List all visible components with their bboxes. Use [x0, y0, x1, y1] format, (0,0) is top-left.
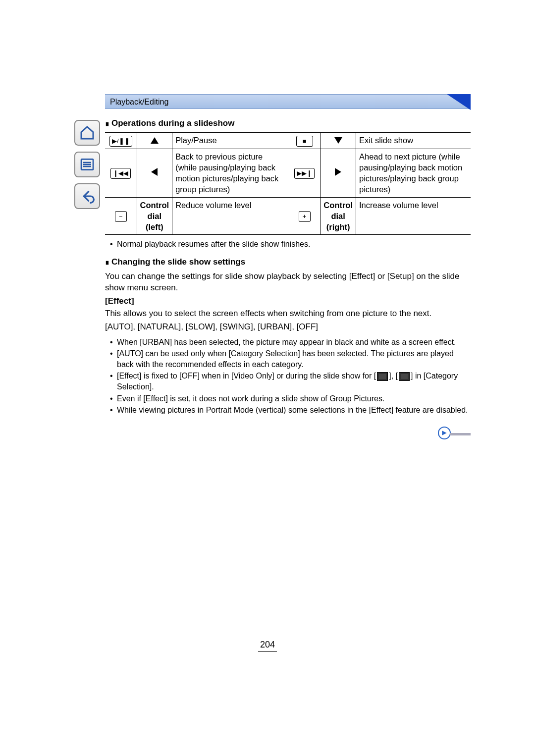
- section-operations-head: ∎Operations during a slideshow: [105, 118, 471, 129]
- section-settings-head: ∎Changing the slide show settings: [105, 257, 471, 268]
- control-dial-right-label: Control dial (right): [321, 197, 356, 235]
- effect-subheading: [Effect]: [105, 296, 471, 307]
- settings-heading-text: Changing the slide show settings: [111, 257, 245, 267]
- table-row: ▶/❚❚ Play/Pause ■ Exit slide show: [105, 132, 471, 149]
- back-icon[interactable]: [74, 183, 100, 209]
- minus-icon: −: [105, 197, 137, 235]
- note-text: [AUTO] can be used only when [Category S…: [112, 348, 471, 370]
- effect-options-text: [AUTO], [NATURAL], [SLOW], [SWING], [URB…: [105, 322, 471, 333]
- table-row: − Control dial (left) Reduce volume leve…: [105, 197, 471, 235]
- play-pause-desc: Play/Pause: [172, 132, 289, 149]
- sidebar-nav: [74, 120, 102, 209]
- settings-intro-text: You can change the settings for slide sh…: [105, 271, 471, 294]
- note-text: When [URBAN] has been selected, the pict…: [112, 337, 471, 348]
- ahead-desc: Ahead to next picture (while pausing/pla…: [356, 149, 471, 197]
- effect-notes-list: When [URBAN] has been selected, the pict…: [105, 337, 471, 416]
- increase-volume-desc: Increase volume level: [356, 197, 471, 235]
- effect-intro-text: This allows you to select the screen eff…: [105, 308, 471, 320]
- next-page-marker[interactable]: [438, 427, 471, 440]
- home-icon[interactable]: [74, 120, 100, 146]
- down-arrow-icon: [321, 132, 356, 149]
- left-arrow-icon: [137, 149, 172, 197]
- header-accent: [447, 94, 471, 110]
- breadcrumb: Playback/Editing: [105, 94, 471, 109]
- note-text: Even if [Effect] is set, it does not wor…: [112, 393, 471, 404]
- page-number: 204: [258, 639, 277, 652]
- skip-fwd-icon: ▶▶❙: [289, 149, 321, 197]
- stop-icon: ■: [289, 132, 321, 149]
- exit-desc: Exit slide show: [356, 132, 471, 149]
- note-text: While viewing pictures in Portrait Mode …: [112, 405, 471, 416]
- note-text: [Effect] is fixed to [OFF] when in [Vide…: [112, 371, 471, 392]
- up-arrow-icon: [137, 132, 172, 149]
- breadcrumb-text: Playback/Editing: [110, 98, 168, 106]
- control-dial-left-label: Control dial (left): [137, 197, 172, 235]
- note-list: Normal playback resumes after the slide …: [105, 239, 471, 250]
- play-pause-icon: ▶/❚❚: [105, 132, 137, 149]
- arrow-right-icon: [438, 427, 451, 439]
- plus-icon: +: [289, 197, 321, 235]
- reduce-volume-desc: Reduce volume level: [172, 197, 289, 235]
- skip-back-icon: ❙◀◀: [105, 149, 137, 197]
- category-icon: [399, 372, 410, 381]
- back-desc: Back to previous picture (while pausing/…: [172, 149, 289, 197]
- contents-icon[interactable]: [74, 152, 100, 177]
- note-text: Normal playback resumes after the slide …: [112, 239, 471, 250]
- right-arrow-icon: [321, 149, 356, 197]
- category-icon: [377, 372, 388, 381]
- operations-heading-text: Operations during a slideshow: [111, 118, 234, 128]
- operations-table: ▶/❚❚ Play/Pause ■ Exit slide show ❙◀◀ Ba…: [105, 132, 471, 235]
- table-row: ❙◀◀ Back to previous picture (while paus…: [105, 149, 471, 197]
- page-content: ∎Operations during a slideshow ▶/❚❚ Play…: [105, 118, 471, 440]
